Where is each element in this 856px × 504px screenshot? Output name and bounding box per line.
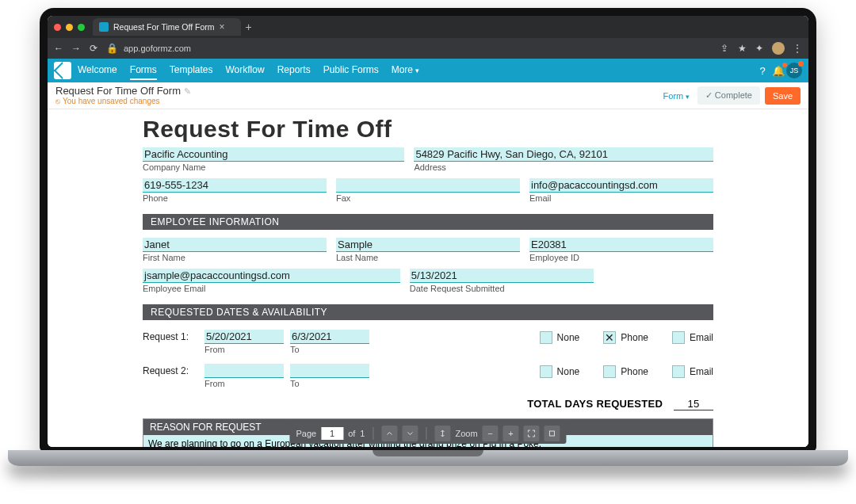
- back-button[interactable]: ←: [54, 43, 63, 54]
- profile-avatar[interactable]: [772, 42, 785, 55]
- employee-email-label: Employee Email: [143, 283, 400, 293]
- checkbox-icon: [540, 365, 552, 378]
- fax-label: Fax: [336, 193, 520, 203]
- zoom-out-button[interactable]: −: [483, 426, 499, 441]
- app-primary-nav: Welcome Forms Templates Workflow Reports…: [48, 59, 808, 82]
- share-icon[interactable]: ⇪: [720, 43, 729, 54]
- total-days-label: TOTAL DAYS REQUESTED: [527, 398, 663, 410]
- close-tab-icon[interactable]: ×: [220, 21, 225, 32]
- save-button[interactable]: Save: [765, 87, 801, 105]
- url-text[interactable]: app.goformz.com: [124, 44, 712, 53]
- kebab-menu-icon[interactable]: ⋮: [793, 43, 802, 54]
- nav-more[interactable]: More: [392, 61, 419, 80]
- app-logo[interactable]: [54, 62, 71, 79]
- to-label: To: [290, 344, 369, 354]
- nav-templates[interactable]: Templates: [170, 61, 213, 80]
- last-name-input[interactable]: Sample: [336, 238, 520, 252]
- phone-input[interactable]: 619-555-1234: [143, 178, 327, 193]
- checkbox-label: None: [557, 366, 580, 377]
- from-label: From: [204, 344, 284, 354]
- checkbox-icon: [672, 365, 685, 378]
- page-total: 1: [360, 429, 365, 438]
- nav-reports[interactable]: Reports: [277, 61, 311, 80]
- checkbox-label: Email: [690, 366, 713, 377]
- tab-favicon: [99, 22, 109, 32]
- nav-welcome[interactable]: Welcome: [78, 61, 117, 80]
- browser-address-bar: ← → ⟳ 🔒 app.goformz.com ⇪ ★ ✦ ⋮: [48, 38, 808, 59]
- first-name-input[interactable]: Janet: [143, 238, 327, 252]
- date-submitted-label: Date Request Submitted: [410, 283, 594, 293]
- employee-section-header: EMPLOYEE INFORMATION: [143, 214, 713, 230]
- form-dropdown[interactable]: Form: [663, 91, 690, 101]
- extension-icon[interactable]: ✦: [755, 43, 764, 54]
- checkbox-label: Phone: [621, 332, 648, 343]
- forward-button[interactable]: →: [71, 43, 81, 54]
- availability-phone-checkbox[interactable]: Phone: [603, 365, 648, 378]
- from-label: From: [204, 378, 284, 388]
- availability-email-checkbox[interactable]: Email: [672, 365, 713, 378]
- form-heading: Request For Time Off: [143, 116, 713, 143]
- availability-none-checkbox[interactable]: None: [540, 331, 580, 344]
- page-toolbar: Page of 1 Zoom − +: [289, 423, 566, 444]
- availability-none-checkbox[interactable]: None: [540, 365, 580, 378]
- date-submitted-input[interactable]: 5/13/2021: [410, 269, 594, 283]
- request-row: Request 2: From To None Phone Emai: [143, 364, 713, 388]
- first-name-label: First Name: [143, 252, 327, 262]
- checkbox-icon: [540, 331, 552, 344]
- form-title: Request For Time Off Form: [55, 86, 181, 97]
- fit-height-button[interactable]: [434, 426, 450, 441]
- nav-workflow[interactable]: Workflow: [226, 61, 265, 80]
- next-page-button[interactable]: [402, 426, 418, 441]
- nav-public-forms[interactable]: Public Forms: [323, 61, 379, 80]
- checkbox-icon: ✕: [603, 331, 616, 344]
- zoom-in-button[interactable]: +: [503, 426, 519, 441]
- unsaved-changes-label: You have unsaved changes: [55, 97, 191, 105]
- edit-title-icon[interactable]: ✎: [184, 86, 191, 96]
- close-window-button[interactable]: [54, 24, 61, 31]
- actual-size-button[interactable]: [545, 426, 560, 441]
- checkbox-icon: [672, 331, 685, 344]
- nav-links: Welcome Forms Templates Workflow Reports…: [78, 61, 419, 80]
- phone-label: Phone: [143, 193, 327, 203]
- browser-tab-strip: Request For Time Off Form × +: [48, 16, 808, 38]
- page-of-label: of: [348, 429, 355, 438]
- request-from-input[interactable]: 5/20/2021: [204, 330, 284, 344]
- employee-email-input[interactable]: jsample@pacaccountingsd.com: [143, 269, 400, 283]
- reload-button[interactable]: ⟳: [89, 43, 98, 54]
- request-label: Request 1:: [143, 330, 198, 342]
- new-tab-button[interactable]: +: [246, 21, 252, 33]
- email-input[interactable]: info@pacaccountingsd.com: [529, 178, 713, 193]
- prev-page-button[interactable]: [381, 426, 397, 441]
- checkbox-icon: [603, 365, 616, 378]
- employee-id-input[interactable]: E20381: [529, 238, 713, 252]
- tab-title: Request For Time Off Form: [113, 22, 215, 32]
- page-number-input[interactable]: [321, 427, 343, 440]
- fax-input[interactable]: [336, 178, 520, 193]
- browser-tab[interactable]: Request For Time Off Form ×: [93, 18, 241, 36]
- address-input[interactable]: 54829 Pacific Hwy, San Diego, CA, 92101: [414, 147, 713, 162]
- help-icon[interactable]: ?: [755, 63, 770, 78]
- notifications-icon[interactable]: 🔔: [770, 63, 786, 78]
- laptop-base: [8, 450, 848, 466]
- user-avatar-chip[interactable]: JS: [786, 63, 802, 78]
- availability-email-checkbox[interactable]: Email: [672, 331, 713, 344]
- total-days-value[interactable]: 15: [674, 398, 713, 410]
- company-name-label: Company Name: [143, 162, 404, 172]
- request-to-input[interactable]: 6/3/2021: [290, 330, 369, 344]
- request-from-input[interactable]: [204, 364, 284, 378]
- minimize-window-button[interactable]: [66, 24, 73, 31]
- complete-button[interactable]: Complete: [697, 86, 760, 105]
- email-label: Email: [529, 193, 713, 203]
- company-name-input[interactable]: Pacific Accounting: [143, 147, 404, 162]
- bookmark-icon[interactable]: ★: [737, 43, 747, 54]
- to-label: To: [290, 378, 369, 388]
- request-label: Request 2:: [143, 364, 198, 376]
- maximize-window-button[interactable]: [78, 24, 85, 31]
- availability-phone-checkbox[interactable]: ✕ Phone: [603, 331, 648, 344]
- nav-forms[interactable]: Forms: [130, 61, 157, 80]
- checkbox-label: Phone: [621, 366, 648, 377]
- checkbox-label: None: [557, 332, 580, 343]
- form-subheader: Request For Time Off Form ✎ You have uns…: [48, 82, 808, 109]
- request-to-input[interactable]: [290, 364, 369, 378]
- fullscreen-button[interactable]: [524, 426, 540, 441]
